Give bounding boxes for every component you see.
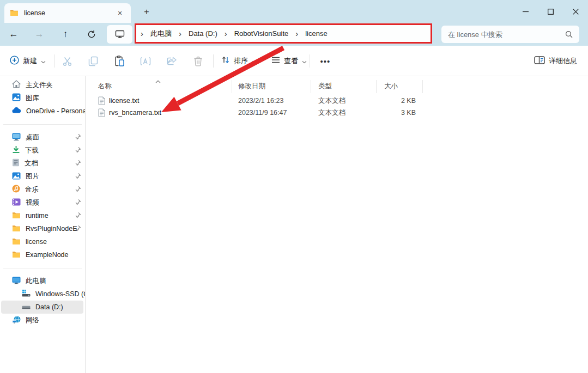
navigation-bar: ← → ↑ › 此电脑 › Data (D:) › RobotVisionSui… xyxy=(0,23,588,46)
onedrive-cloud-icon xyxy=(12,107,21,115)
folder-icon xyxy=(12,211,21,220)
column-header-modified[interactable]: 修改日期 xyxy=(238,82,265,91)
minimize-button[interactable] xyxy=(513,0,538,23)
sidebar-item-this-pc[interactable]: 此电脑 xyxy=(0,274,85,288)
breadcrumb-robotvisionsuite[interactable]: RobotVisionSuite xyxy=(229,28,294,39)
paste-button[interactable] xyxy=(111,53,128,69)
sidebar-item-documents[interactable]: 文档 xyxy=(0,157,85,170)
tab-title: license xyxy=(24,9,45,17)
toolbar-divider xyxy=(310,54,310,68)
refresh-button[interactable] xyxy=(82,25,101,44)
file-name: license.txt xyxy=(109,97,140,105)
column-divider[interactable] xyxy=(232,80,232,93)
sidebar-item-label: Data (D:) xyxy=(35,303,63,311)
tab-close-icon[interactable]: × xyxy=(114,8,125,19)
sidebar-item-label: 此电脑 xyxy=(26,277,46,286)
sidebar-item-label: 桌面 xyxy=(26,133,39,142)
column-header-size[interactable]: 大小 xyxy=(384,82,398,91)
search-icon[interactable] xyxy=(565,30,573,38)
sidebar-item-home[interactable]: 主文件夹 xyxy=(0,78,85,91)
pin-icon xyxy=(75,212,81,220)
breadcrumb-this-pc[interactable]: 此电脑 xyxy=(146,27,177,40)
sidebar-item-network[interactable]: 网络 xyxy=(0,314,85,327)
sidebar-item-label: 主文件夹 xyxy=(26,81,53,90)
sidebar-item-downloads[interactable]: 下载 xyxy=(0,144,85,157)
file-type: 文本文档 xyxy=(318,108,345,118)
sidebar-item-runtime[interactable]: runtime xyxy=(0,209,85,222)
new-button[interactable]: 新建 xyxy=(5,53,50,69)
sidebar-item-label: runtime xyxy=(26,212,49,219)
sort-arrows-icon xyxy=(221,56,230,66)
sidebar-item-rvspluginnode[interactable]: RvsPluginNodeE xyxy=(0,222,85,235)
sidebar-item-windows-ssd[interactable]: Windows-SSD (C: xyxy=(0,288,85,301)
sidebar-item-pictures[interactable]: 图片 xyxy=(0,170,85,183)
sort-ascending-icon xyxy=(155,76,161,85)
pin-icon xyxy=(75,225,81,233)
view-button-label: 查看 xyxy=(284,56,298,66)
text-file-icon xyxy=(98,108,105,117)
toolbar-divider xyxy=(213,54,214,68)
back-button[interactable]: ← xyxy=(4,25,23,44)
sidebar-item-examplenode[interactable]: ExampleNode xyxy=(0,248,85,261)
chevron-right-icon: › xyxy=(178,29,183,38)
new-button-label: 新建 xyxy=(23,56,37,66)
rename-button[interactable] xyxy=(137,53,154,69)
breadcrumb-license[interactable]: license xyxy=(300,28,332,39)
breadcrumb-data-d[interactable]: Data (D:) xyxy=(184,28,222,39)
address-location-icon[interactable] xyxy=(107,25,132,44)
navigation-sidebar: 主文件夹 图库 OneDrive - Persona 桌面 xyxy=(0,76,86,373)
sidebar-item-data-d[interactable]: Data (D:) xyxy=(1,301,83,314)
more-options-button[interactable]: ••• xyxy=(317,53,334,69)
sidebar-item-label: 下载 xyxy=(25,146,39,155)
sidebar-item-label: 视频 xyxy=(26,198,39,207)
sidebar-item-label: RvsPluginNodeE xyxy=(26,225,77,233)
pin-icon xyxy=(75,173,81,181)
maximize-button[interactable] xyxy=(538,0,563,23)
column-divider[interactable] xyxy=(422,80,423,93)
sidebar-item-videos[interactable]: 视频 xyxy=(0,196,85,209)
details-pane-button[interactable]: 详细信息 xyxy=(530,53,581,69)
file-row-rvs-bncamera-txt[interactable]: rvs_bncamera.txt 2023/11/9 16:47 文本文档 3 … xyxy=(86,107,588,119)
sidebar-item-gallery[interactable]: 图库 xyxy=(0,91,85,105)
delete-button[interactable] xyxy=(190,53,206,69)
forward-button[interactable]: → xyxy=(30,25,49,44)
chevron-right-icon: › xyxy=(140,29,144,38)
view-button[interactable]: 查看 xyxy=(267,53,311,69)
sidebar-item-label: license xyxy=(26,238,47,246)
column-header-row: 名称 修改日期 类型 大小 xyxy=(86,78,588,95)
sidebar-item-desktop[interactable]: 桌面 xyxy=(0,131,85,144)
cut-button[interactable] xyxy=(59,53,75,69)
pin-icon xyxy=(75,160,81,168)
window-controls xyxy=(513,0,588,23)
pictures-icon xyxy=(12,172,21,181)
close-button[interactable] xyxy=(563,0,588,23)
column-header-type[interactable]: 类型 xyxy=(318,82,332,91)
tab-license[interactable]: license × xyxy=(4,3,131,23)
sidebar-item-music[interactable]: 音乐 xyxy=(0,183,85,196)
file-type: 文本文档 xyxy=(318,96,345,106)
view-list-icon xyxy=(271,56,280,66)
up-button[interactable]: ↑ xyxy=(56,25,75,44)
copy-button[interactable] xyxy=(85,53,101,69)
column-divider[interactable] xyxy=(376,80,377,93)
sidebar-item-label: Windows-SSD (C: xyxy=(35,290,85,298)
file-row-license-txt[interactable]: license.txt 2023/2/1 16:23 文本文档 2 KB xyxy=(86,95,588,107)
document-icon xyxy=(12,158,20,168)
column-divider[interactable] xyxy=(311,80,311,93)
sidebar-item-onedrive[interactable]: OneDrive - Persona xyxy=(0,105,85,118)
file-list-pane: 名称 修改日期 类型 大小 license.txt 2023/2/1 16:23… xyxy=(86,76,588,373)
sidebar-divider xyxy=(3,124,82,125)
download-icon xyxy=(12,145,20,155)
column-header-name[interactable]: 名称 xyxy=(98,82,112,91)
search-box xyxy=(441,26,579,43)
sidebar-item-license[interactable]: license xyxy=(0,235,85,248)
sidebar-item-label: 图片 xyxy=(26,172,39,181)
search-input[interactable] xyxy=(441,30,565,39)
share-button[interactable] xyxy=(163,53,180,69)
sort-button[interactable]: 排序 xyxy=(217,53,261,69)
sidebar-item-label: 音乐 xyxy=(25,185,39,194)
videos-icon xyxy=(12,198,21,207)
new-tab-button[interactable]: + xyxy=(141,6,153,18)
file-size: 3 KB xyxy=(376,109,416,117)
sidebar-item-label: OneDrive - Persona xyxy=(26,107,85,115)
